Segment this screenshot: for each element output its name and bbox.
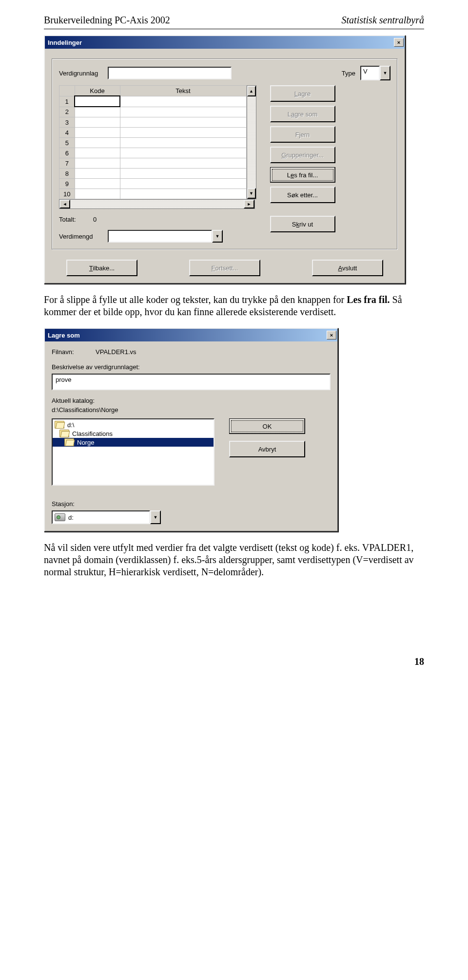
chevron-down-icon[interactable]: ▼ — [212, 230, 223, 243]
vertical-scrollbar[interactable]: ▲ ▼ — [247, 85, 256, 199]
lagre-som-button[interactable]: Lagre som — [270, 106, 335, 122]
col-tekst: Tekst — [120, 86, 246, 96]
row-header: 10 — [59, 189, 75, 199]
col-kode: Kode — [75, 86, 120, 96]
titlebar[interactable]: Lagre som × — [45, 329, 337, 341]
titlebar[interactable]: Inndelinger × — [45, 36, 405, 49]
row-header: 5 — [59, 138, 75, 148]
horizontal-scrollbar[interactable]: ◄ ► — [59, 199, 255, 209]
stasjon-select[interactable]: d: ▼ — [52, 510, 161, 524]
row-header: 6 — [59, 148, 75, 158]
beskrivelse-value: prove — [56, 376, 72, 383]
folder-open-icon — [59, 430, 69, 437]
row-header: 3 — [59, 117, 75, 128]
list-item[interactable]: Norge — [53, 438, 214, 447]
chevron-down-icon[interactable]: ▼ — [380, 66, 390, 80]
skriv-ut-button[interactable]: Skriv ut — [270, 216, 335, 232]
folder-open-icon — [64, 438, 74, 446]
lagre-button[interactable]: Lagre — [270, 85, 335, 102]
type-select[interactable]: V ▼ — [360, 66, 390, 80]
verdigrunnlag-label: Verdigrunnlag — [59, 70, 103, 77]
list-item[interactable]: d:\ — [53, 420, 214, 429]
aktuell-katalog-label: Aktuell katalog: — [52, 397, 331, 404]
page-number: 18 — [44, 656, 424, 667]
verdigrunnlag-input[interactable] — [108, 67, 232, 79]
close-icon[interactable]: × — [327, 331, 336, 339]
fjern-button[interactable]: Fjern — [270, 126, 335, 143]
beskrivelse-label: Beskrivelse av verdigrunnlaget: — [52, 363, 331, 371]
folder-open-icon — [55, 421, 64, 429]
totalt-value: 0 — [93, 216, 122, 223]
row-header: 2 — [59, 107, 75, 117]
verdimengd-value — [108, 230, 212, 243]
type-label: Type — [342, 70, 355, 77]
chevron-down-icon[interactable]: ▼ — [150, 510, 161, 524]
scroll-left-icon[interactable]: ◄ — [59, 200, 70, 208]
verdimengd-label: Verdimengd — [59, 233, 103, 240]
verdimengd-select[interactable]: ▼ — [108, 230, 223, 243]
stasjon-value: d: — [68, 514, 74, 521]
code-table[interactable]: Kode Tekst 1 2 3 4 5 6 7 8 — [59, 85, 247, 199]
paragraph-2: Nå vil siden vere utfylt med verdier fra… — [44, 542, 424, 578]
avslutt-button[interactable]: Avslutt — [312, 260, 383, 276]
type-value: V — [360, 66, 380, 80]
folder-label: d:\ — [67, 421, 74, 429]
scroll-up-icon[interactable]: ▲ — [247, 86, 256, 96]
doc-header-left: Brukerveiledning PC-Axis 2002 — [44, 15, 170, 26]
row-header: 8 — [59, 169, 75, 179]
stasjon-label: Stasjon: — [52, 500, 331, 508]
dialog-title: Lagre som — [48, 332, 80, 339]
dialog-title: Inndelinger — [48, 39, 82, 46]
row-header: 4 — [59, 128, 75, 138]
beskrivelse-input[interactable]: prove — [52, 374, 331, 390]
aktuell-katalog-value: d:\Classifications\Norge — [52, 406, 331, 414]
filnavn-label: Filnavn: — [52, 348, 91, 356]
dialog-lagre-som: Lagre som × Filnavn: VPALDER1.vs Beskriv… — [44, 328, 338, 532]
sok-etter-button[interactable]: Søk etter... — [270, 187, 335, 203]
fortsett-button[interactable]: Fortsett... — [189, 260, 260, 276]
folder-label: Classifications — [72, 430, 113, 437]
folder-list[interactable]: d:\ Classifications Norge — [52, 418, 214, 486]
dialog-inndelinger: Inndelinger × Verdigrunnlag Type V ▼ — [44, 35, 406, 284]
header-rule — [44, 29, 424, 29]
row-header: 1 — [59, 96, 75, 107]
paragraph-1: For å slippe å fylle ut alle koder og te… — [44, 294, 424, 318]
filnavn-value: VPALDER1.vs — [96, 348, 136, 356]
list-item[interactable]: Classifications — [53, 429, 214, 438]
les-fra-fil-button[interactable]: Les fra fil... — [270, 167, 335, 183]
totalt-label: Totalt: — [59, 216, 88, 223]
close-icon[interactable]: × — [394, 38, 404, 47]
scroll-down-icon[interactable]: ▼ — [247, 188, 256, 199]
doc-header-right: Statistisk sentralbyrå — [342, 15, 424, 26]
drive-icon — [55, 513, 65, 521]
avbryt-button[interactable]: Avbryt — [229, 441, 305, 457]
row-header: 9 — [59, 179, 75, 189]
scroll-right-icon[interactable]: ► — [244, 200, 254, 208]
folder-label: Norge — [77, 439, 94, 446]
row-header: 7 — [59, 158, 75, 169]
tilbake-button[interactable]: Tilbake... — [66, 260, 137, 276]
ok-button[interactable]: OK — [229, 418, 305, 434]
grupperinger-button[interactable]: Grupperinger... — [270, 147, 335, 163]
